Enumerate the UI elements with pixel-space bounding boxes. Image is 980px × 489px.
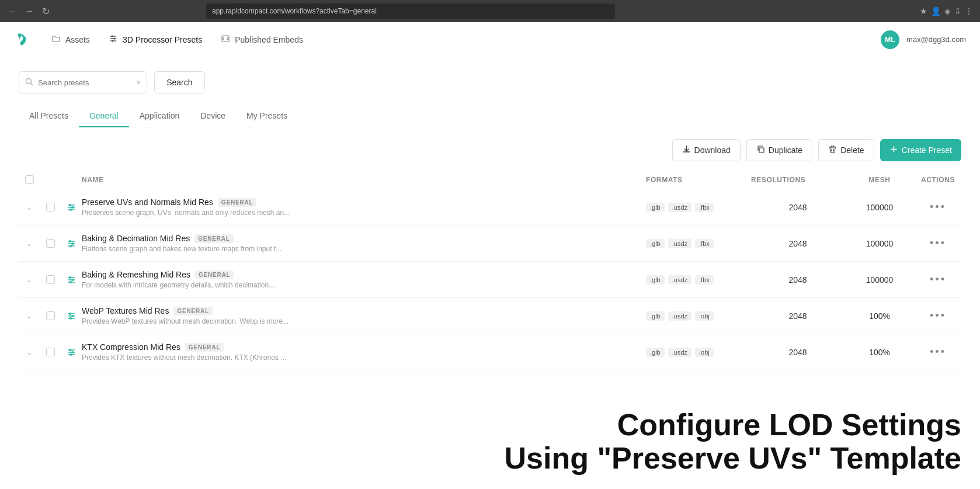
row-checkbox-1[interactable] — [46, 239, 55, 248]
nav-item-published-embeds[interactable]: Published Embeds — [221, 34, 303, 46]
table-header: NAME FORMATS RESOLUTIONS MESH ACTIONS — [19, 171, 961, 189]
logo[interactable] — [14, 30, 33, 49]
tab-general[interactable]: General — [79, 105, 129, 127]
table-row-outer-3: ⌄ WebP Textures Mid Res GENERAL Provides… — [19, 298, 961, 334]
nav-items: Assets 3D Processor Presets Published Em… — [51, 34, 303, 46]
row-actions-2[interactable]: ••• — [915, 273, 961, 286]
tab-application[interactable]: Application — [129, 105, 190, 127]
back-button[interactable]: ← — [7, 5, 19, 17]
download-icon[interactable]: ⇩ — [954, 6, 961, 16]
table-row[interactable]: ⌄ Baking & Decimation Mid Res GENERAL Fl… — [19, 226, 961, 261]
table-row-outer-0: ⌄ Preserve UVs and Normals Mid Res GENER… — [19, 189, 961, 226]
search-input[interactable] — [38, 78, 131, 87]
row-actions-dots-3[interactable]: ••• — [930, 310, 946, 322]
logo-svg — [14, 30, 33, 49]
bottom-line1: Configure LOD Settings — [505, 408, 961, 442]
table-row[interactable]: ⌄ WebP Textures Mid Res GENERAL Provides… — [19, 298, 961, 334]
row-preset-icon-2 — [61, 275, 82, 285]
svg-point-33 — [69, 313, 71, 315]
row-check-3[interactable] — [40, 311, 61, 320]
bookmark-icon[interactable]: ★ — [920, 6, 927, 16]
row-name-3: WebP Textures Mid Res GENERAL Provides W… — [82, 306, 646, 325]
profile-icon[interactable]: 👤 — [931, 6, 941, 16]
plus-icon — [889, 145, 898, 155]
browser-right-icons: ★ 👤 ◈ ⇩ ⋮ — [920, 6, 973, 16]
row-checkbox-0[interactable] — [46, 203, 55, 211]
refresh-button[interactable]: ↻ — [40, 5, 51, 17]
row-check-0[interactable] — [40, 203, 61, 211]
row-actions-1[interactable]: ••• — [915, 237, 961, 249]
row-formats-0: .glb .usdz .fbx — [646, 203, 751, 212]
row-actions-0[interactable]: ••• — [915, 201, 961, 213]
row-chevron-1[interactable]: ⌄ — [19, 240, 40, 248]
row-chevron-2[interactable]: ⌄ — [19, 276, 40, 284]
svg-point-21 — [69, 240, 71, 242]
svg-point-5 — [112, 40, 114, 41]
clear-icon[interactable]: × — [136, 78, 141, 87]
row-chevron-0[interactable]: ⌄ — [19, 203, 40, 211]
user-email: max@dgg3d.com — [906, 35, 966, 44]
svg-point-16 — [71, 206, 74, 209]
row-actions-dots-1[interactable]: ••• — [930, 237, 946, 249]
row-actions-3[interactable]: ••• — [915, 310, 961, 322]
row-actions-dots-0[interactable]: ••• — [930, 201, 946, 213]
duplicate-button[interactable]: Duplicate — [746, 139, 812, 161]
table-row[interactable]: ⌄ Baking & Remeshing Mid Res GENERAL For… — [19, 262, 961, 297]
create-preset-button[interactable]: Create Preset — [880, 139, 961, 161]
svg-point-28 — [71, 279, 74, 281]
download-button[interactable]: Download — [672, 139, 741, 161]
address-bar[interactable]: app.rapidcompact.com/workflows?activeTab… — [206, 4, 615, 19]
header-check — [19, 175, 40, 184]
delete-button[interactable]: Delete — [818, 139, 874, 161]
table-row-outer-1: ⌄ Baking & Decimation Mid Res GENERAL Fl… — [19, 226, 961, 262]
row-formats-4: .glb .usdz .obj — [646, 348, 751, 357]
menu-icon[interactable]: ⋮ — [965, 6, 973, 16]
svg-point-35 — [69, 317, 72, 320]
table-row[interactable]: ⌄ KTX Compression Mid Res GENERAL Provid… — [19, 334, 961, 370]
browser-chrome: ← → ↻ app.rapidcompact.com/workflows?act… — [0, 0, 980, 22]
extensions-icon[interactable]: ◈ — [944, 6, 951, 16]
row-resolution-2: 2048 — [751, 275, 845, 285]
row-actions-dots-2[interactable]: ••• — [930, 273, 946, 286]
trash-icon — [828, 145, 837, 155]
svg-point-40 — [71, 351, 74, 353]
row-check-4[interactable] — [40, 348, 61, 356]
tab-all-presets[interactable]: All Presets — [19, 105, 79, 127]
row-mesh-3: 100% — [845, 311, 915, 321]
row-name-0: Preserve UVs and Normals Mid Res GENERAL… — [82, 197, 646, 217]
row-mesh-1: 100000 — [845, 239, 915, 248]
bottom-line2: Using "Preserve UVs" Template — [505, 442, 961, 475]
svg-point-23 — [69, 245, 72, 247]
svg-point-4 — [114, 37, 116, 39]
row-chevron-4[interactable]: ⌄ — [19, 348, 40, 356]
table-row[interactable]: ⌄ Preserve UVs and Normals Mid Res GENER… — [19, 189, 961, 225]
row-actions-4[interactable]: ••• — [915, 346, 961, 358]
forward-button[interactable]: → — [23, 5, 35, 17]
header-resolutions: RESOLUTIONS — [751, 176, 845, 184]
tab-my-presets[interactable]: My Presets — [236, 105, 298, 127]
svg-point-29 — [69, 281, 72, 283]
row-resolution-4: 2048 — [751, 348, 845, 357]
presets-table: NAME FORMATS RESOLUTIONS MESH ACTIONS ⌄ — [19, 171, 961, 370]
nav-item-3d-presets[interactable]: 3D Processor Presets — [109, 34, 202, 46]
row-chevron-3[interactable]: ⌄ — [19, 312, 40, 320]
row-checkbox-4[interactable] — [46, 348, 55, 356]
embed-icon — [221, 34, 230, 46]
row-mesh-4: 100% — [845, 348, 915, 357]
row-checkbox-2[interactable] — [46, 275, 55, 284]
tab-device[interactable]: Device — [190, 105, 236, 127]
select-all-checkbox[interactable] — [25, 175, 34, 184]
search-button[interactable]: Search — [154, 71, 204, 93]
row-preset-icon-3 — [61, 311, 82, 321]
row-checkbox-3[interactable] — [46, 311, 55, 320]
app-container: Assets 3D Processor Presets Published Em… — [0, 22, 980, 489]
nav-item-assets[interactable]: Assets — [51, 34, 90, 46]
svg-point-22 — [71, 242, 74, 245]
search-input-wrap[interactable]: × — [19, 71, 147, 93]
row-check-2[interactable] — [40, 275, 61, 284]
row-check-1[interactable] — [40, 239, 61, 248]
row-actions-dots-4[interactable]: ••• — [930, 346, 946, 358]
svg-point-41 — [69, 353, 72, 356]
bottom-overlay-text: Configure LOD Settings Using "Preserve U… — [505, 408, 961, 475]
duplicate-icon — [756, 145, 765, 155]
